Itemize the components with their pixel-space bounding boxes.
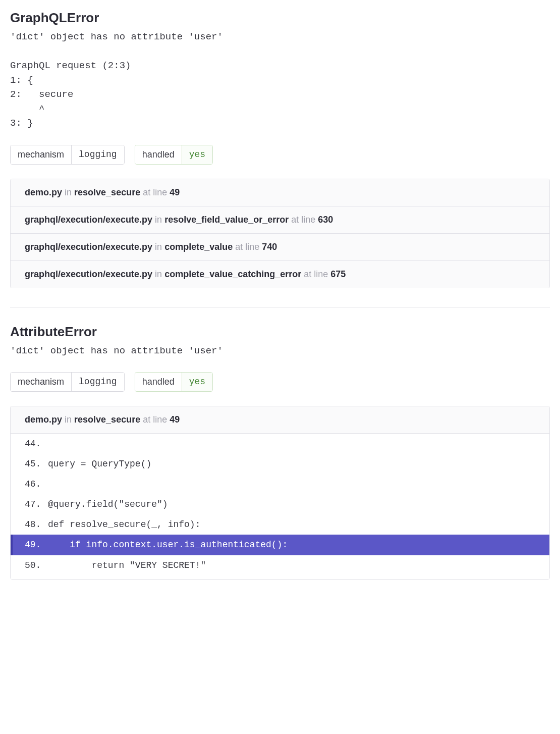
frame-at-line: at line: [304, 269, 328, 279]
line-number: 50.: [25, 559, 48, 572]
line-number: 49.: [25, 538, 48, 551]
tag-value: logging: [72, 145, 124, 164]
frame-in: in: [155, 242, 162, 252]
code-listing: 44. 45. query = QueryType() 46. 47. @que…: [11, 434, 549, 580]
line-source: return "VERY SECRET!": [48, 559, 206, 572]
stack-frame[interactable]: demo.py in resolve_secure at line 49: [11, 179, 549, 206]
frame-line-number: 740: [262, 242, 277, 252]
error-message: 'dict' object has no attribute 'user' Gr…: [10, 30, 550, 131]
frame-file: graphql/execution/execute.py: [25, 269, 152, 279]
frame-function: complete_value: [164, 242, 233, 252]
line-source: query = QueryType(): [48, 457, 151, 470]
tag-value: yes: [182, 373, 212, 391]
code-frame: demo.py in resolve_secure at line 49 44.…: [10, 406, 550, 580]
line-number: 51.: [25, 579, 48, 580]
code-line: 45. query = QueryType(): [11, 454, 549, 474]
line-number: 47.: [25, 498, 48, 511]
line-number: 46.: [25, 478, 48, 491]
tag-key: handled: [135, 145, 182, 164]
frame-in: in: [155, 215, 162, 225]
frame-file: demo.py: [25, 414, 62, 425]
error-title: GraphQLError: [10, 10, 550, 26]
frame-at-line: at line: [143, 187, 167, 197]
frame-function: resolve_secure: [74, 187, 140, 197]
separator: [10, 307, 550, 308]
frame-in: in: [65, 187, 72, 197]
stack-frame[interactable]: demo.py in resolve_secure at line 49: [11, 406, 549, 434]
frame-in: in: [155, 269, 162, 279]
frame-file: graphql/execution/execute.py: [25, 242, 152, 252]
frame-line-number: 675: [330, 269, 346, 279]
line-number: 44.: [25, 437, 48, 450]
frame-file: graphql/execution/execute.py: [25, 215, 152, 225]
frame-line-number: 49: [170, 187, 180, 197]
stack-frames: demo.py in resolve_secure at line 49 gra…: [10, 179, 550, 288]
tag-key: handled: [135, 373, 182, 391]
code-line: 50. return "VERY SECRET!": [11, 555, 549, 575]
stack-frame[interactable]: graphql/execution/execute.py in complete…: [11, 261, 549, 288]
error-message: 'dict' object has no attribute 'user': [10, 344, 550, 358]
frame-in: in: [65, 414, 72, 425]
code-line: 47. @query.field("secure"): [11, 494, 549, 514]
stack-frame[interactable]: graphql/execution/execute.py in complete…: [11, 234, 549, 261]
code-line: 48. def resolve_secure(_, info):: [11, 514, 549, 535]
tag-mechanism[interactable]: mechanism logging: [10, 372, 125, 392]
tag-handled[interactable]: handled yes: [135, 145, 213, 165]
stack-frame[interactable]: graphql/execution/execute.py in resolve_…: [11, 206, 549, 234]
line-source: def resolve_secure(_, info):: [48, 518, 200, 531]
code-line: 51.: [11, 575, 549, 580]
code-line: 46.: [11, 474, 549, 494]
frame-line-number: 630: [318, 215, 333, 225]
frame-function: resolve_field_value_or_error: [164, 215, 289, 225]
code-line: 44.: [11, 434, 549, 454]
line-number: 45.: [25, 457, 48, 470]
line-number: 48.: [25, 518, 48, 531]
tag-mechanism[interactable]: mechanism logging: [10, 145, 125, 165]
frame-file: demo.py: [25, 187, 62, 197]
frame-function: resolve_secure: [74, 414, 140, 425]
tag-key: mechanism: [11, 373, 72, 391]
tag-key: mechanism: [11, 145, 72, 164]
tag-value: yes: [182, 145, 212, 164]
frame-line-number: 49: [170, 414, 180, 425]
tag-row: mechanism logging handled yes: [10, 145, 550, 165]
frame-function: complete_value_catching_error: [164, 269, 301, 279]
line-source: @query.field("secure"): [48, 498, 168, 511]
tag-row: mechanism logging handled yes: [10, 372, 550, 392]
line-source: if info.context.user.is_authenticated():: [48, 538, 288, 551]
frame-at-line: at line: [291, 215, 315, 225]
code-line-highlighted: 49. if info.context.user.is_authenticate…: [11, 535, 549, 555]
tag-handled[interactable]: handled yes: [135, 372, 213, 392]
error-title: AttributeError: [10, 324, 550, 340]
tag-value: logging: [72, 373, 124, 391]
frame-at-line: at line: [235, 242, 259, 252]
frame-at-line: at line: [143, 414, 167, 425]
